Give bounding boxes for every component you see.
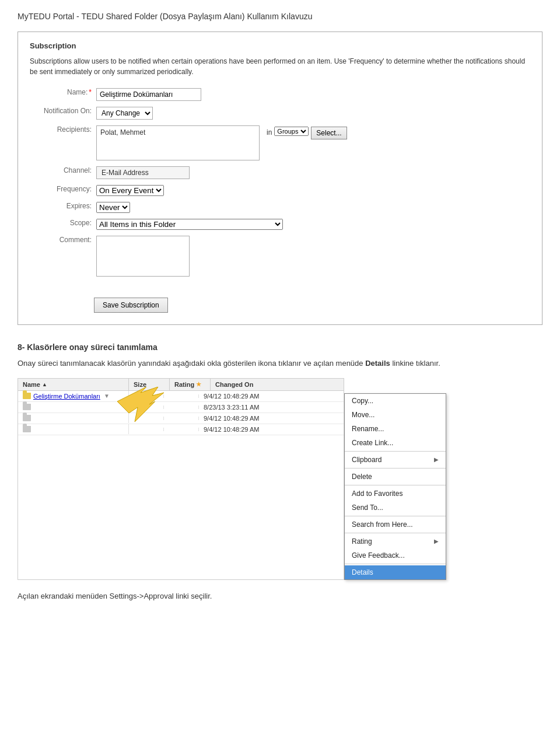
- cm-item-details[interactable]: Details: [345, 565, 446, 579]
- notification-row: Notification On: Any Change: [30, 104, 530, 123]
- recipients-row: Recipients: Polat, Mehmet in Groups Sele…: [30, 123, 530, 163]
- recipients-label: Recipients:: [30, 123, 94, 163]
- cm-item-move[interactable]: Move...: [345, 408, 446, 422]
- recipients-value: Polat, Mehmet: [100, 128, 145, 137]
- expires-cell: Never: [94, 199, 530, 216]
- notification-select[interactable]: Any Change: [96, 107, 153, 120]
- cm-item-givefeedback[interactable]: Give Feedback...: [345, 548, 446, 562]
- col-rating-header: Rating ★: [170, 379, 211, 390]
- screenshot-area: Name ▲ Size Rating ★ Changed On Geliştir…: [18, 378, 542, 580]
- cm-sep6: [345, 564, 446, 564]
- save-btn-container: Save Subscription: [30, 289, 530, 313]
- subscription-panel: Subscription Subscriptions allow users t…: [18, 32, 542, 325]
- recipients-controls: in Groups Select...: [267, 127, 347, 139]
- file-table-panel: Name ▲ Size Rating ★ Changed On Geliştir…: [18, 378, 344, 580]
- cm-sep2: [345, 468, 446, 469]
- clipboard-arrow-icon: ▶: [434, 456, 439, 463]
- row2-changed: 8/23/13 3:23:11 AM: [199, 402, 344, 413]
- cm-item-rating[interactable]: Rating ▶: [345, 534, 446, 548]
- folder-icon-yellow: [23, 393, 31, 399]
- row4-rating: [164, 428, 199, 431]
- rating-icon: ★: [196, 381, 201, 387]
- row2-name: [18, 402, 129, 412]
- scope-row: Scope: All Items in this Folder: [30, 216, 530, 233]
- cm-item-sendto[interactable]: Send To...: [345, 501, 446, 515]
- notification-label: Notification On:: [30, 104, 94, 123]
- row1-size: [129, 394, 164, 398]
- comment-row: Comment:: [30, 233, 530, 281]
- cm-item-delete[interactable]: Delete: [345, 470, 446, 484]
- cm-item-clipboard[interactable]: Clipboard ▶: [345, 453, 446, 467]
- context-menu-popup: Copy... Move... Rename... Create Link...…: [344, 393, 446, 580]
- row1-rating: [164, 394, 199, 398]
- scope-label: Scope:: [30, 216, 94, 233]
- row4-size: [129, 428, 164, 431]
- groups-select[interactable]: Groups: [274, 127, 309, 136]
- folder-arrow-indicator[interactable]: ▼: [104, 393, 110, 399]
- cm-sep3: [345, 485, 446, 485]
- table-row: 9/4/12 10:48:29 AM: [18, 413, 344, 424]
- notification-input-cell: Any Change: [94, 104, 530, 123]
- channel-cell: E-Mail Address: [94, 163, 530, 182]
- name-row: Name:*: [30, 85, 530, 104]
- recipients-area: Polat, Mehmet: [96, 125, 260, 160]
- subscription-form: Name:* Notification On: Any Change Recip…: [30, 85, 530, 281]
- channel-row: Channel: E-Mail Address: [30, 163, 530, 182]
- name-input[interactable]: [96, 88, 201, 101]
- frequency-select[interactable]: On Every Event: [96, 185, 164, 196]
- table-row: Geliştirme Dokümanları ▼ 9/4/12 10:48:29…: [18, 391, 344, 402]
- name-label: Name:*: [30, 85, 94, 104]
- name-input-cell: [94, 85, 530, 104]
- file-table-header: Name ▲ Size Rating ★ Changed On: [18, 379, 344, 391]
- scope-cell: All Items in this Folder: [94, 216, 530, 233]
- channel-value: E-Mail Address: [96, 166, 190, 179]
- row1-name: Geliştirme Dokümanları ▼: [18, 391, 129, 401]
- row2-rating: [164, 406, 199, 409]
- subscription-title: Subscription: [30, 41, 530, 50]
- channel-label: Channel:: [30, 163, 94, 182]
- col-size-header: Size: [129, 379, 170, 390]
- row1-changed: 9/4/12 10:48:29 AM: [199, 391, 344, 401]
- frequency-row: Frequency: On Every Event: [30, 182, 530, 199]
- cm-sep4: [345, 516, 446, 516]
- save-subscription-button[interactable]: Save Subscription: [94, 298, 168, 313]
- row2-size: [129, 406, 164, 409]
- row4-changed: 9/4/12 10:48:29 AM: [199, 424, 344, 435]
- expires-select[interactable]: Never: [96, 202, 130, 213]
- bottom-text: Açılan ekrandaki menüden Settings->Appro…: [18, 592, 542, 600]
- expires-row: Expires: Never: [30, 199, 530, 216]
- cm-item-copy[interactable]: Copy...: [345, 394, 446, 408]
- row3-name: [18, 413, 129, 423]
- row3-size: [129, 417, 164, 420]
- sort-icon: ▲: [42, 382, 47, 387]
- frequency-cell: On Every Event: [94, 182, 530, 199]
- cm-sep5: [345, 533, 446, 533]
- cm-item-rename[interactable]: Rename...: [345, 422, 446, 436]
- expires-label: Expires:: [30, 199, 94, 216]
- frequency-label: Frequency:: [30, 182, 94, 199]
- subscription-description: Subscriptions allow users to be notified…: [30, 56, 530, 77]
- col-changed-header: Changed On: [211, 379, 344, 390]
- comment-label: Comment:: [30, 233, 94, 281]
- table-row: 8/23/13 3:23:11 AM: [18, 402, 344, 413]
- table-row: 9/4/12 10:48:29 AM: [18, 424, 344, 435]
- scope-select[interactable]: All Items in this Folder: [96, 219, 283, 230]
- cm-item-createlink[interactable]: Create Link...: [345, 436, 446, 450]
- row4-name: [18, 424, 129, 434]
- comment-textarea[interactable]: [96, 236, 190, 277]
- select-button[interactable]: Select...: [311, 127, 346, 139]
- recipients-cell: Polat, Mehmet in Groups Select...: [94, 123, 530, 163]
- cm-item-searchfromhere[interactable]: Search from Here...: [345, 518, 446, 532]
- cm-sep1: [345, 451, 446, 452]
- row3-changed: 9/4/12 10:48:29 AM: [199, 413, 344, 424]
- in-label: in: [267, 128, 272, 137]
- cm-item-addfavorites[interactable]: Add to Favorites: [345, 487, 446, 501]
- page-title: MyTEDU Portal - TEDU Shared Folder (Dosy…: [18, 12, 542, 21]
- col-name-header: Name ▲: [18, 379, 129, 390]
- folder-icon-gray: [23, 404, 31, 410]
- folder-link[interactable]: Geliştirme Dokümanları: [33, 393, 100, 400]
- section2-heading: 8- Klasörlere onay süreci tanımlama: [18, 342, 542, 352]
- rating-arrow-icon: ▶: [434, 538, 439, 544]
- comment-cell: [94, 233, 530, 281]
- row3-rating: [164, 417, 199, 420]
